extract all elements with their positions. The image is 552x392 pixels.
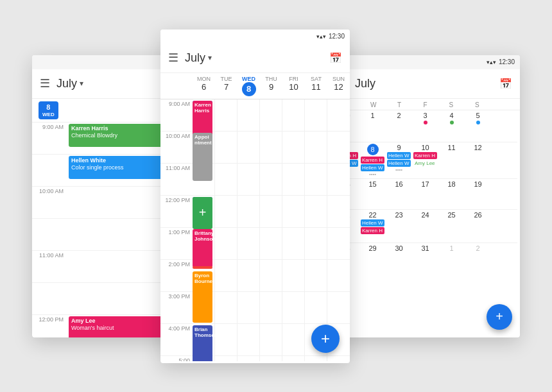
left-menu-icon[interactable]: ☰ bbox=[40, 76, 50, 90]
left-dropdown-icon[interactable]: ▾ bbox=[80, 79, 83, 88]
left-label-930am bbox=[32, 155, 67, 186]
event-center-karren-name: Karren Harris bbox=[194, 102, 211, 114]
left-label-1130am bbox=[32, 283, 67, 314]
right-status-bar: ▾▴▾ 12:30 bbox=[331, 55, 520, 69]
right-date-17: 17 bbox=[413, 180, 437, 188]
right-cell-5: 5 bbox=[465, 110, 491, 142]
right-event-22-karren[interactable]: Karren H bbox=[361, 227, 384, 234]
center-num-10: 10 bbox=[283, 82, 304, 92]
right-cell-16: 16 bbox=[386, 179, 412, 209]
right-cell-29: 29 bbox=[359, 243, 386, 271]
center-menu-icon[interactable]: ☰ bbox=[168, 51, 178, 65]
right-calendar-icon[interactable]: 📅 bbox=[499, 78, 512, 90]
right-date-31: 31 bbox=[413, 244, 437, 252]
center-label-thu: THU bbox=[261, 76, 282, 82]
right-date-10: 10 bbox=[413, 144, 437, 151]
right-date-1next: 1 bbox=[440, 244, 463, 252]
center-signal: ▾▴▾ bbox=[316, 33, 326, 40]
center-num-6: 6 bbox=[193, 82, 214, 92]
right-date-2next: 2 bbox=[466, 244, 490, 252]
right-events-3 bbox=[413, 121, 437, 124]
event-center-byron-name: Byron Bourne bbox=[194, 273, 211, 284]
right-date-9: 9 bbox=[387, 144, 411, 151]
right-title: July bbox=[355, 77, 375, 90]
right-cell-2next: 2 bbox=[465, 243, 491, 271]
center-label-4pm: 4:00 PM bbox=[160, 324, 193, 356]
right-dot-3 bbox=[424, 121, 427, 124]
event-center-brittany[interactable]: Brittany Johnson bbox=[193, 229, 212, 268]
center-label-wed: WED bbox=[238, 76, 259, 82]
left-label-10am: 10:00 AM bbox=[32, 187, 67, 218]
center-week-header: MON 6 TUE 7 WED 8 THU 9 FRI 10 bbox=[160, 73, 350, 99]
center-time-labels: 9:00 AM 10:00 AM 11:00 AM 12:00 PM 1:00 … bbox=[160, 99, 193, 361]
right-week-3: 14 15 16 17 18 19 bbox=[333, 179, 517, 210]
center-label-sun: SUN bbox=[328, 76, 349, 82]
right-cell-19: 19 bbox=[465, 179, 491, 209]
right-event-10-karren[interactable]: Karren H bbox=[413, 152, 437, 159]
event-center-red-bar bbox=[193, 266, 212, 269]
center-num-9: 9 bbox=[261, 82, 282, 92]
left-label-9am: 9:00 AM bbox=[32, 123, 67, 154]
center-title: July ▾ bbox=[185, 51, 212, 65]
right-date-23: 23 bbox=[387, 211, 411, 219]
right-date-5: 5 bbox=[466, 112, 490, 119]
center-day-6: MON 6 bbox=[193, 73, 215, 99]
right-cell-17: 17 bbox=[412, 179, 438, 209]
right-date-29: 29 bbox=[361, 244, 384, 252]
right-date-12: 12 bbox=[466, 144, 490, 151]
right-date-3: 3 bbox=[413, 112, 437, 119]
left-label-11am: 11:00 AM bbox=[32, 251, 67, 282]
screens-container: ▾▴▾ 12:3 ☰ July ▾ 📅 8 WED 9:00 AM bbox=[32, 30, 520, 363]
center-fab[interactable]: + bbox=[311, 325, 340, 353]
screen-right: ▾▴▾ 12:30 ☰ July 📅 T W T F S S 30 bbox=[331, 55, 520, 337]
center-calendar-icon[interactable]: 📅 bbox=[329, 52, 342, 64]
right-cell-25: 25 bbox=[438, 210, 465, 243]
center-grid-body: 9:00 AM 10:00 AM 11:00 AM 12:00 PM 1:00 … bbox=[160, 99, 350, 361]
right-cell-4: 4 bbox=[438, 110, 465, 142]
center-label-tue: TUE bbox=[216, 76, 237, 82]
center-day-9: THU 9 bbox=[260, 73, 282, 99]
center-col-dividers bbox=[193, 99, 350, 361]
right-event-9-hellen1[interactable]: Hellen W bbox=[387, 152, 411, 159]
event-center-green-block[interactable]: + bbox=[193, 197, 212, 229]
right-events-4 bbox=[440, 121, 463, 124]
right-event-8-karren[interactable]: Karren H bbox=[361, 157, 384, 164]
right-event-9-hellen2[interactable]: Hellen W bbox=[387, 160, 411, 167]
right-cell-blank3 bbox=[491, 179, 517, 209]
right-date-30b: 30 bbox=[387, 244, 411, 252]
right-cell-11: 11 bbox=[438, 142, 465, 178]
left-label-1030am bbox=[32, 219, 67, 250]
center-label-fri: FRI bbox=[283, 76, 304, 82]
right-cell-10: 10 Karren H Amy Lee bbox=[412, 142, 438, 178]
right-date-1: 1 bbox=[361, 112, 384, 119]
right-header-f: F bbox=[412, 101, 438, 108]
right-cell-30b: 30 bbox=[386, 243, 412, 271]
right-event-8-hellen[interactable]: Hellen W bbox=[361, 164, 384, 171]
event-center-appt[interactable]: Appoi ntment bbox=[193, 133, 212, 181]
right-header-s1: S bbox=[438, 101, 464, 108]
center-label-5: 5:00 bbox=[160, 356, 193, 361]
right-week-4: 21 22 Hellen W Karren H 23 24 25 26 bbox=[333, 210, 517, 243]
event-center-byron[interactable]: Byron Bourne bbox=[193, 271, 212, 323]
right-cell-23: 23 bbox=[386, 210, 412, 243]
left-title-text: July bbox=[56, 77, 77, 90]
right-event-22-hellen[interactable]: Hellen W bbox=[361, 219, 384, 226]
right-fab[interactable]: + bbox=[487, 304, 512, 330]
right-cell-3: 3 bbox=[412, 110, 438, 142]
center-dropdown-icon[interactable]: ▾ bbox=[208, 53, 212, 62]
right-cell-31: 31 bbox=[412, 243, 438, 271]
right-event-10-amy[interactable]: Amy Lee bbox=[413, 160, 437, 167]
right-event-9-dots: •••• bbox=[387, 167, 411, 173]
center-label-1pm: 1:00 PM bbox=[160, 228, 193, 260]
center-label-3pm: 3:00 PM bbox=[160, 292, 193, 324]
center-label-mon: MON bbox=[193, 76, 214, 82]
right-cell-9: 9 Hellen W Hellen W •••• bbox=[386, 142, 412, 178]
right-cell-12: 12 bbox=[465, 142, 491, 178]
right-cell-26: 26 bbox=[465, 210, 491, 243]
right-cell-8: 8 Karren H Hellen W •••• bbox=[359, 142, 386, 178]
event-center-brian[interactable]: Brian Thomson bbox=[193, 325, 212, 361]
right-date-8: 8 bbox=[367, 144, 379, 155]
center-label-12pm: 12:00 PM bbox=[160, 196, 193, 228]
right-title-text: July bbox=[355, 77, 375, 90]
center-day-7: TUE 7 bbox=[215, 73, 237, 99]
